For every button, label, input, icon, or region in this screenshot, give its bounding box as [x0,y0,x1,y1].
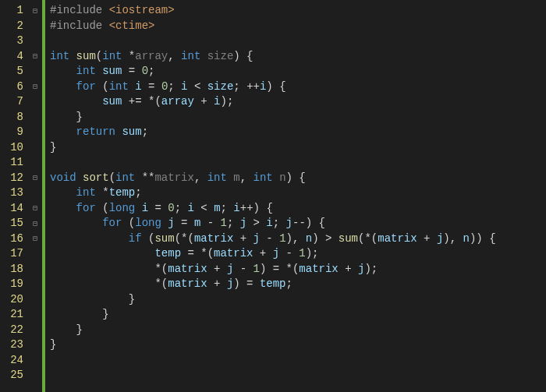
line-number: 20 [3,292,23,308]
code-line[interactable] [50,368,496,383]
line-number: 10 [3,140,23,156]
fold-toggle-icon [28,64,42,79]
fold-toggle-icon [28,19,42,34]
fold-toggle-icon [28,185,42,201]
line-number: 24 [3,353,23,369]
code-area[interactable]: #include <iostream>#include <ctime>int s… [47,0,496,392]
code-editor: 1234567891011121314151617181920212223242… [0,0,546,392]
line-number: 4 [3,49,23,65]
fold-toggle-icon [28,353,42,369]
line-number: 7 [3,94,23,110]
fold-toggle-icon [28,337,42,353]
code-line[interactable]: int sum(int *array, int size) { [50,49,496,65]
line-number: 12 [3,171,23,186]
code-line[interactable] [50,155,496,171]
line-number: 8 [3,110,23,125]
code-line[interactable]: for (long i = 0; i < m; i++) { [50,201,496,217]
line-number: 15 [3,216,23,231]
line-number: 2 [3,19,23,34]
code-line[interactable]: *(matrix + j) = temp; [50,277,496,292]
code-line[interactable]: #include <ctime> [50,19,496,34]
code-line[interactable]: int sum = 0; [50,64,496,79]
line-number: 11 [3,155,23,171]
code-line[interactable] [50,353,496,369]
fold-column: ⊟⊟⊟⊟⊟⊟⊟ [28,0,42,392]
code-line[interactable]: if (sum(*(matrix + j - 1), n) > sum(*(ma… [50,231,496,247]
code-line[interactable]: for (long j = m - 1; j > i; j--) { [50,216,496,231]
code-line[interactable]: *(matrix + j - 1) = *(matrix + j); [50,262,496,277]
change-bar [42,0,45,392]
line-number: 16 [3,231,23,247]
fold-toggle-icon [28,140,42,156]
fold-toggle-icon[interactable]: ⊟ [28,49,42,65]
line-number: 17 [3,246,23,262]
fold-toggle-icon [28,125,42,140]
code-line[interactable]: for (int i = 0; i < size; ++i) { [50,79,496,95]
line-number: 18 [3,262,23,277]
code-line[interactable]: return sum; [50,125,496,140]
line-number: 5 [3,64,23,79]
code-line[interactable]: } [50,307,496,323]
fold-toggle-icon [28,307,42,323]
code-line[interactable]: } [50,323,496,338]
line-number: 14 [3,201,23,217]
code-line[interactable]: temp = *(matrix + j - 1); [50,246,496,262]
line-number: 23 [3,337,23,353]
fold-toggle-icon [28,34,42,49]
fold-toggle-icon[interactable]: ⊟ [28,79,42,95]
fold-toggle-icon [28,262,42,277]
code-line[interactable]: } [50,110,496,125]
code-line[interactable]: } [50,140,496,156]
line-number: 13 [3,185,23,201]
line-number: 6 [3,79,23,95]
code-line[interactable]: sum += *(array + i); [50,94,496,110]
code-line[interactable]: int *temp; [50,185,496,201]
fold-toggle-icon [28,292,42,308]
fold-toggle-icon [28,368,42,383]
line-number: 1 [3,3,23,19]
fold-toggle-icon [28,155,42,171]
fold-toggle-icon[interactable]: ⊟ [28,216,42,231]
fold-toggle-icon [28,277,42,292]
line-number: 22 [3,323,23,338]
code-line[interactable]: void sort(int **matrix, int m, int n) { [50,171,496,186]
fold-toggle-icon [28,94,42,110]
line-number: 21 [3,307,23,323]
line-number-gutter: 1234567891011121314151617181920212223242… [0,0,28,392]
fold-toggle-icon[interactable]: ⊟ [28,201,42,217]
line-number: 25 [3,368,23,383]
code-line[interactable]: } [50,292,496,308]
fold-toggle-icon[interactable]: ⊟ [28,3,42,19]
fold-toggle-icon [28,110,42,125]
line-number: 19 [3,277,23,292]
fold-toggle-icon [28,246,42,262]
line-number: 9 [3,125,23,140]
code-line[interactable] [50,34,496,49]
line-number: 3 [3,34,23,49]
fold-toggle-icon[interactable]: ⊟ [28,231,42,247]
code-line[interactable]: } [50,337,496,353]
fold-toggle-icon [28,323,42,338]
code-line[interactable]: #include <iostream> [50,3,496,19]
fold-toggle-icon[interactable]: ⊟ [28,171,42,186]
